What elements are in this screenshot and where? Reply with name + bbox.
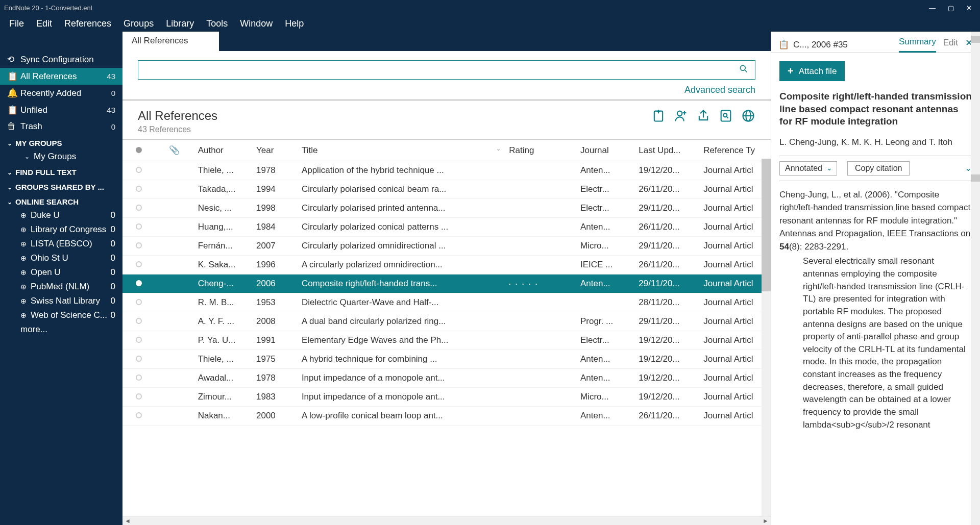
minimize-button[interactable]: — [929, 4, 936, 12]
sync-configuration[interactable]: ⟲Sync Configuration [0, 51, 122, 68]
online-library-of-congress[interactable]: ⊕Library of Congress0 [0, 222, 122, 237]
cell-rating [505, 237, 576, 256]
window-titlebar: EndNote 20 - 1-Converted.enl — ▢ ✕ [0, 0, 980, 15]
menu-file[interactable]: File [4, 16, 29, 31]
search-input[interactable] [144, 65, 739, 74]
cell-year: 1996 [252, 256, 298, 274]
online-web-of-science-c-[interactable]: ⊕Web of Science C...0 [0, 308, 122, 322]
search-icon[interactable] [739, 64, 749, 77]
table-row[interactable]: Nesic, ...1998Circularly polarised print… [122, 199, 771, 218]
vertical-scrollbar[interactable] [762, 159, 771, 516]
table-row[interactable]: Takada,...1994Circularly polarised conic… [122, 180, 771, 199]
attach-file-button[interactable]: + Attach file [779, 61, 845, 81]
cell-title: Circularly polarised conical beam ra... [298, 180, 505, 199]
col-title[interactable]: Title⌄ [298, 140, 505, 161]
globe-icon: ⊕ [20, 254, 27, 262]
col-year[interactable]: Year [252, 140, 298, 161]
table-row[interactable]: Thiele, ...1975A hybrid technique for co… [122, 350, 771, 369]
online-duke-u[interactable]: ⊕Duke U0 [0, 208, 122, 222]
table-row[interactable]: Thiele, ...1978Application of the hybrid… [122, 161, 771, 180]
cell-title: Circularly polarized omnidirectional ... [298, 237, 505, 256]
maximize-button[interactable]: ▢ [948, 4, 954, 12]
online-ohio-st-u[interactable]: ⊕Ohio St U0 [0, 251, 122, 265]
table-row[interactable]: K. Saka...1996A circularly polarized omn… [122, 256, 771, 274]
scroll-thumb[interactable] [762, 159, 771, 291]
advanced-search-link[interactable]: Advanced search [138, 85, 755, 95]
sync-label: Sync Configuration [20, 55, 94, 64]
scroll-thumb-details[interactable] [971, 174, 980, 182]
citation-style-select[interactable]: Annotated [779, 161, 837, 176]
online-count: 0 [111, 267, 115, 278]
search-doc-icon[interactable] [719, 109, 733, 127]
table-row[interactable]: A. Y. F. ...2008A dual band circularly p… [122, 312, 771, 331]
copy-citation-button[interactable]: Copy citation [847, 161, 910, 176]
table-row[interactable]: Cheng-...2006Composite right/left-handed… [122, 274, 771, 293]
section-my-groups[interactable]: ⌄MY GROUPS [0, 135, 122, 149]
tab-summary[interactable]: Summary [899, 37, 936, 53]
copy-citation-label: Copy citation [855, 164, 902, 172]
scroll-left-icon[interactable]: ◄ [125, 517, 131, 524]
section-my-groups-label: MY GROUPS [15, 139, 62, 147]
cell-year: 1978 [252, 369, 298, 388]
col-attachment[interactable]: 📎 [155, 140, 194, 161]
citation-style-value: Annotated [785, 164, 822, 172]
col-rating[interactable]: Rating [505, 140, 576, 161]
scroll-arrow-up[interactable] [971, 36, 980, 43]
online-more[interactable]: more... [0, 322, 122, 337]
col-status[interactable] [122, 140, 155, 161]
cell-updated: 29/11/20... [634, 199, 699, 218]
table-row[interactable]: R. M. B...1953Dielectric Quarter-Wave an… [122, 293, 771, 312]
section-online-search[interactable]: ⌄ONLINE SEARCH [0, 193, 122, 208]
table-row[interactable]: Huang,...1984Circularly polarized conica… [122, 218, 771, 237]
menu-tools[interactable]: Tools [201, 16, 233, 31]
col-updated[interactable]: Last Upd... [634, 140, 699, 161]
close-button[interactable]: ✕ [966, 4, 972, 12]
menu-window[interactable]: Window [235, 16, 278, 31]
details-scrollbar[interactable] [971, 32, 980, 525]
col-reftype[interactable]: Reference Ty [699, 140, 771, 161]
table-row[interactable]: Awadal...1978Input impedance of a monopo… [122, 369, 771, 388]
section-find-full-text[interactable]: ⌄FIND FULL TEXT [0, 164, 122, 179]
nav-all-references[interactable]: 📋All References43 [0, 68, 122, 85]
add-user-icon[interactable] [674, 109, 688, 127]
chevron-down-icon: ⌄ [7, 184, 12, 191]
cell-title: Circularly polarized conical patterns ..… [298, 218, 505, 237]
col-journal[interactable]: Journal [576, 140, 634, 161]
my-groups-sub[interactable]: ⌄ My Groups [0, 149, 122, 164]
table-row[interactable]: Zimour...1983Input impedance of a monopo… [122, 388, 771, 407]
tab-all-references[interactable]: All References [122, 32, 219, 51]
cell-updated: 19/12/20... [634, 161, 699, 180]
scroll-right-icon[interactable]: ► [763, 517, 769, 524]
table-row[interactable]: Nakan...2000A low-profile conical beam l… [122, 407, 771, 426]
menu-references[interactable]: References [59, 16, 116, 31]
online-swiss-natl-library[interactable]: ⊕Swiss Natl Library0 [0, 294, 122, 308]
new-reference-icon[interactable] [651, 109, 666, 127]
list-subheading: 43 References [138, 125, 217, 134]
references-table: 📎 Author Year Title⌄ Rating Journal Last… [122, 139, 771, 426]
horizontal-scrollbar[interactable]: ◄ ► [122, 516, 771, 525]
online-pubmed-nlm-[interactable]: ⊕PubMed (NLM)0 [0, 280, 122, 294]
section-groups-shared[interactable]: ⌄GROUPS SHARED BY ... [0, 179, 122, 193]
col-author[interactable]: Author [194, 140, 252, 161]
menu-edit[interactable]: Edit [31, 16, 57, 31]
table-row[interactable]: Fernán...2007Circularly polarized omnidi… [122, 237, 771, 256]
nav-recently-added[interactable]: 🔔Recently Added0 [0, 85, 122, 102]
search-box[interactable] [138, 60, 755, 80]
export-icon[interactable] [696, 109, 710, 127]
online-open-u[interactable]: ⊕Open U0 [0, 265, 122, 280]
nav-trash[interactable]: 🗑Trash0 [0, 118, 122, 135]
web-icon[interactable] [741, 109, 755, 127]
menu-groups[interactable]: Groups [118, 16, 159, 31]
tab-edit[interactable]: Edit [943, 38, 958, 52]
online-count: 0 [111, 224, 115, 235]
cell-year: 1998 [252, 199, 298, 218]
advanced-search-label: Advanced search [684, 85, 755, 95]
table-row[interactable]: P. Ya. U...1991Elementary Edge Waves and… [122, 331, 771, 350]
cell-rating [505, 369, 576, 388]
menu-library[interactable]: Library [161, 16, 199, 31]
online-label: Swiss Natl Library [31, 296, 100, 306]
menu-help[interactable]: Help [280, 16, 309, 31]
nav-unfiled[interactable]: 📋Unfiled43 [0, 102, 122, 118]
cell-updated: 19/12/20... [634, 350, 699, 369]
online-lista-ebsco-[interactable]: ⊕LISTA (EBSCO)0 [0, 237, 122, 251]
